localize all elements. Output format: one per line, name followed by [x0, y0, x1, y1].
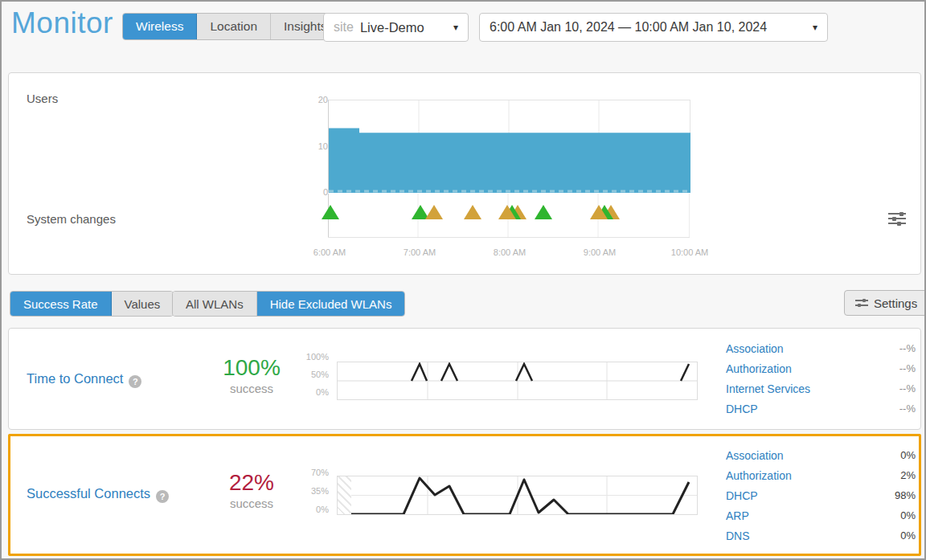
successful-connects-success-value: 22%	[195, 470, 308, 496]
users-label: Users	[27, 92, 58, 105]
metric-link-authorization[interactable]: Authorization	[726, 362, 792, 375]
no-data-hatch	[338, 476, 351, 514]
time-range-value: 6:00 AM Jan 10, 2024 — 10:00 AM Jan 10, …	[490, 20, 767, 35]
users-xtick-8am: 8:00 AM	[494, 247, 526, 257]
tc-spike	[441, 364, 457, 381]
users-area-chart-svg	[329, 100, 690, 193]
users-xtick-10am: 10:00 AM	[671, 247, 708, 257]
users-xtick-9am: 9:00 AM	[584, 247, 616, 257]
tab-wireless[interactable]: Wireless	[123, 14, 197, 39]
users-ytick-0: 0	[296, 187, 328, 197]
metric-value: --%	[899, 403, 916, 415]
users-ytick-10: 10	[296, 141, 328, 151]
time-to-connect-success-sub: success	[195, 382, 308, 395]
metric-value: --%	[899, 342, 916, 354]
system-change-marker[interactable]	[464, 205, 481, 219]
monitor-page: Monitor Wireless Location Insights site …	[0, 0, 926, 560]
help-icon[interactable]: ?	[156, 490, 169, 503]
metric-row: Association --%	[726, 338, 916, 358]
metric-value: 98%	[895, 489, 916, 501]
settings-button-label: Settings	[874, 296, 917, 310]
metric-link-authorization[interactable]: Authorization	[726, 469, 792, 482]
metric-link-arp[interactable]: ARP	[726, 509, 749, 522]
site-selector-label: site	[334, 20, 354, 35]
sc-ytick-0: 0%	[292, 505, 329, 514]
chevron-down-icon: ▾	[453, 22, 458, 33]
users-chart	[328, 100, 690, 193]
toggle-values[interactable]: Values	[112, 292, 174, 316]
metric-link-association[interactable]: Association	[726, 449, 784, 462]
metric-value: 0%	[900, 509, 916, 521]
chart-filter-sliders-icon[interactable]	[888, 213, 906, 226]
users-xtick-6am: 6:00 AM	[313, 247, 346, 257]
metric-row: ARP 0%	[726, 505, 916, 525]
metric-row: Internet Services --%	[726, 378, 916, 399]
rate-values-toggle: Success Rate Values	[10, 291, 174, 317]
time-to-connect-link[interactable]: Time to Connect	[27, 371, 123, 386]
time-to-connect-row: Time to Connect? 100% success 100% 50% 0…	[8, 328, 921, 430]
users-xtick-7am: 7:00 AM	[404, 247, 436, 257]
toggle-hide-excluded-wlans[interactable]: Hide Excluded WLANs	[257, 292, 405, 316]
time-to-connect-success-value: 100%	[195, 355, 308, 381]
metric-value: 2%	[900, 469, 916, 481]
sc-metrics: Association 0% Authorization 2% DHCP 98%…	[726, 445, 916, 546]
system-change-marker[interactable]	[535, 205, 552, 219]
metric-row: Authorization --%	[726, 358, 916, 378]
monitor-tabs: Wireless Location Insights	[122, 13, 340, 40]
tc-spike	[681, 364, 689, 381]
system-change-marker[interactable]	[322, 205, 339, 219]
system-changes-track	[328, 194, 690, 238]
metric-value: 0%	[900, 449, 916, 461]
system-changes-label: System changes	[27, 212, 116, 226]
metric-row: DHCP --%	[726, 399, 916, 419]
toggle-all-wlans[interactable]: All WLANs	[173, 292, 257, 316]
system-change-marker[interactable]	[425, 205, 443, 219]
successful-connects-sparkline-svg	[338, 476, 697, 514]
tc-ytick-0: 0%	[292, 387, 329, 397]
toggle-success-rate[interactable]: Success Rate	[10, 292, 112, 316]
tc-ytick-50: 50%	[292, 370, 329, 379]
settings-button[interactable]: Settings	[844, 290, 926, 316]
tc-spike	[412, 364, 427, 381]
successful-connects-success-sub: success	[195, 497, 308, 510]
settings-sliders-icon	[855, 299, 868, 307]
metric-value: --%	[899, 362, 916, 374]
metric-row: Authorization 2%	[726, 465, 916, 485]
help-icon[interactable]: ?	[129, 375, 141, 388]
system-changes-svg	[328, 194, 690, 238]
tab-location[interactable]: Location	[197, 14, 271, 39]
site-selector-value: Live-Demo	[360, 20, 424, 35]
metric-link-association[interactable]: Association	[726, 342, 784, 355]
sc-ytick-70: 70%	[292, 468, 329, 477]
time-to-connect-sparkline-svg	[338, 362, 697, 399]
sc-ytick-35: 35%	[292, 486, 329, 496]
successful-connects-sparkline	[337, 476, 698, 515]
time-to-connect-sparkline	[337, 362, 698, 400]
tc-ytick-100: 100%	[292, 352, 329, 362]
users-ytick-20: 20	[296, 95, 328, 104]
metric-value: 0%	[900, 529, 916, 542]
metric-value: --%	[899, 382, 916, 394]
sc-success-line	[351, 478, 689, 514]
successful-connects-row: Successful Connects? 22% success 70% 35%…	[8, 434, 921, 556]
metric-link-dns[interactable]: DNS	[726, 529, 750, 542]
metric-row: Association 0%	[726, 445, 916, 465]
metric-link-dhcp[interactable]: DHCP	[726, 403, 758, 415]
metric-row: DHCP 98%	[726, 485, 916, 505]
metric-link-dhcp[interactable]: DHCP	[726, 489, 758, 502]
time-range-selector[interactable]: 6:00 AM Jan 10, 2024 — 10:00 AM Jan 10, …	[479, 13, 828, 42]
users-area-series	[329, 129, 690, 194]
site-selector[interactable]: site Live-Demo ▾	[323, 13, 469, 42]
metric-link-internet-services[interactable]: Internet Services	[726, 382, 810, 395]
page-title: Monitor	[11, 6, 113, 40]
users-panel: Users System changes 20 10 0	[8, 72, 921, 275]
tc-spike	[516, 364, 532, 381]
tc-metrics: Association --% Authorization --% Intern…	[726, 338, 916, 419]
metric-row: DNS 0%	[726, 525, 916, 546]
chevron-down-icon: ▾	[813, 22, 817, 33]
wlan-filter-toggle: All WLANs Hide Excluded WLANs	[172, 291, 405, 317]
successful-connects-link[interactable]: Successful Connects	[27, 486, 150, 501]
